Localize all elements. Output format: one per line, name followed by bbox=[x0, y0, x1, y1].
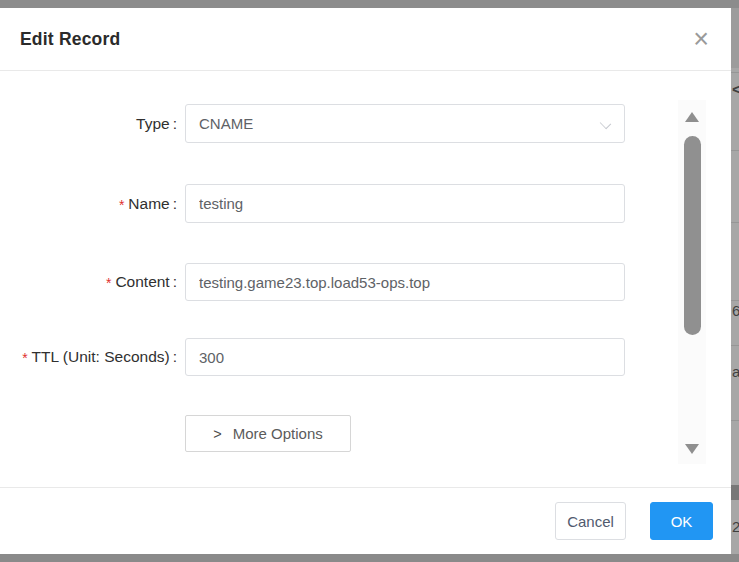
form-row-ttl: *TTL (Unit: Seconds): bbox=[0, 338, 625, 376]
background-partial-text: 6 bbox=[732, 303, 739, 318]
screen: < 6 a 2 Edit Record × Type: CNAME *Name:… bbox=[0, 0, 739, 562]
background-table-line bbox=[731, 150, 739, 151]
ttl-input[interactable] bbox=[185, 338, 625, 376]
close-icon[interactable]: × bbox=[693, 29, 709, 49]
overlay-strip-top bbox=[0, 0, 739, 8]
background-table-line bbox=[731, 300, 739, 301]
form-row-content: *Content: bbox=[0, 263, 625, 301]
scrollbar[interactable] bbox=[678, 100, 706, 464]
type-select[interactable]: CNAME bbox=[185, 104, 625, 143]
required-asterisk: * bbox=[106, 275, 111, 291]
more-options-button[interactable]: > More Options bbox=[185, 415, 351, 452]
scrollbar-thumb[interactable] bbox=[684, 136, 701, 335]
dimmed-background-strip: < 6 a 2 bbox=[731, 0, 739, 562]
background-dark-block bbox=[731, 485, 739, 500]
type-label: Type: bbox=[0, 115, 177, 133]
required-asterisk: * bbox=[119, 197, 124, 213]
content-input[interactable] bbox=[185, 263, 625, 301]
background-partial-text: < bbox=[732, 82, 739, 97]
more-options-label: More Options bbox=[233, 425, 323, 442]
background-band bbox=[731, 8, 739, 68]
form-row-name: *Name: bbox=[0, 184, 625, 223]
content-label: *Content: bbox=[0, 273, 177, 291]
scroll-up-arrow-icon[interactable] bbox=[685, 112, 699, 122]
dialog-footer: Cancel OK bbox=[0, 487, 731, 554]
dialog-header: Edit Record × bbox=[0, 8, 731, 71]
overlay-strip-bottom bbox=[0, 554, 739, 562]
dialog-title: Edit Record bbox=[20, 29, 120, 50]
name-label: *Name: bbox=[0, 195, 177, 213]
scroll-down-arrow-icon[interactable] bbox=[685, 444, 699, 454]
background-table-line bbox=[731, 345, 739, 346]
background-table-line bbox=[731, 222, 739, 223]
type-select-value: CNAME bbox=[199, 115, 253, 132]
chevron-right-icon: > bbox=[213, 426, 221, 442]
edit-record-dialog: Edit Record × Type: CNAME *Name: *Conten… bbox=[0, 8, 731, 554]
required-asterisk: * bbox=[22, 350, 27, 366]
form-row-type: Type: CNAME bbox=[0, 104, 625, 143]
background-partial-text: a bbox=[732, 364, 739, 379]
background-table-line bbox=[731, 72, 739, 73]
ttl-label: *TTL (Unit: Seconds): bbox=[0, 348, 177, 366]
background-table-line bbox=[731, 420, 739, 421]
background-partial-text: 2 bbox=[732, 519, 739, 534]
name-input[interactable] bbox=[185, 184, 625, 223]
chevron-down-icon bbox=[600, 118, 611, 129]
ok-button[interactable]: OK bbox=[650, 502, 713, 540]
cancel-button[interactable]: Cancel bbox=[555, 502, 626, 540]
